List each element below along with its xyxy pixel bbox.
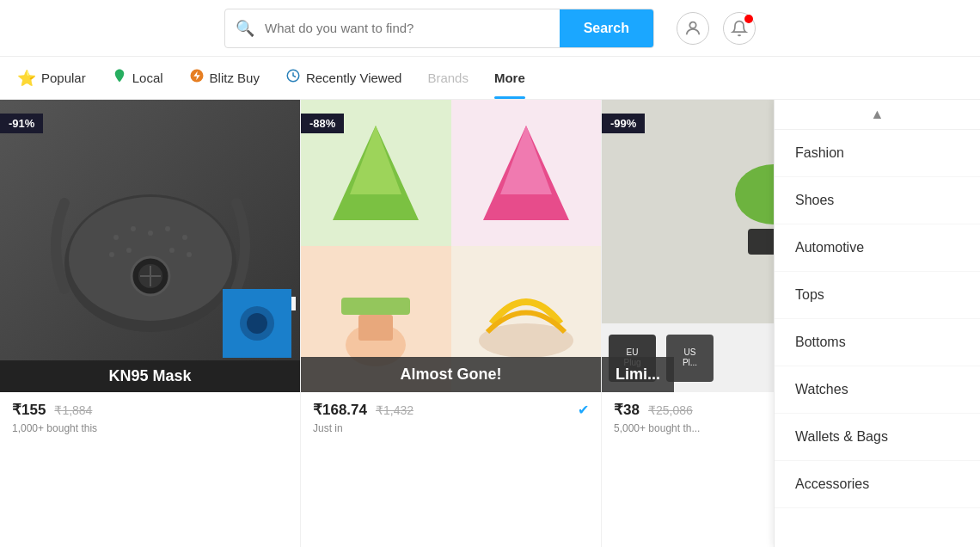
tab-local-label: Local — [132, 71, 163, 85]
scroll-up-icon: ▲ — [871, 107, 885, 122]
almost-gone-badge: Almost Gone! — [301, 357, 601, 392]
products-area: -91% — [0, 100, 980, 547]
price-kn95: ₹155 — [12, 401, 46, 419]
discount-badge-vacuum: -99% — [602, 114, 645, 133]
discount-badge-kn95: -91% — [0, 114, 43, 133]
dropdown-item-tops[interactable]: Tops — [775, 272, 980, 319]
meta-slicer: Just in — [313, 422, 589, 434]
svg-point-21 — [247, 313, 267, 334]
local-icon — [112, 68, 127, 88]
tab-local[interactable]: Local — [112, 57, 163, 99]
product-image-kn95: Give a Filter KN95 Mask — [0, 100, 300, 392]
tab-popular-label: Popular — [41, 71, 86, 85]
header: 🔍 Search — [0, 0, 980, 57]
header-icons — [677, 12, 756, 45]
product-info-kn95: ₹155 ₹1,884 1,000+ bought this — [0, 392, 300, 443]
nav-tabs: ⭐ Popular Local Blitz Buy Recently Viewe… — [0, 57, 980, 100]
search-bar[interactable]: 🔍 Search — [224, 9, 654, 48]
original-price-kn95: ₹1,884 — [54, 403, 92, 417]
svg-point-9 — [148, 230, 153, 236]
limited-badge: Limi... — [602, 357, 674, 392]
original-price-vacuum: ₹25,086 — [648, 403, 693, 417]
price-slicer: ₹168.74 — [313, 401, 367, 419]
svg-point-10 — [165, 226, 170, 231]
tab-blitz[interactable]: Blitz Buy — [189, 57, 260, 99]
mask-label: KN95 Mask — [0, 360, 300, 392]
svg-point-15 — [187, 252, 192, 257]
bell-icon[interactable] — [723, 12, 756, 45]
svg-point-12 — [109, 252, 114, 257]
verified-icon: ✔ — [578, 402, 589, 418]
svg-point-14 — [169, 248, 175, 253]
blitz-icon — [189, 68, 205, 88]
tab-blitz-label: Blitz Buy — [210, 71, 260, 85]
svg-point-8 — [131, 226, 136, 231]
product-card-slicer[interactable]: -88% — [301, 100, 602, 547]
dropdown-item-watches[interactable]: Watches — [775, 366, 980, 414]
dropdown-menu: ▲ Fashion Shoes Automotive Tops Bottoms … — [774, 100, 980, 547]
svg-rect-26 — [341, 298, 410, 315]
tab-more[interactable]: More — [494, 57, 525, 99]
popular-icon: ⭐ — [17, 69, 36, 88]
tab-more-label: More — [494, 71, 525, 85]
svg-point-11 — [182, 235, 187, 240]
tab-brands-label: Brands — [427, 71, 469, 85]
notification-badge — [744, 15, 753, 23]
dropdown-item-fashion[interactable]: Fashion — [775, 130, 980, 177]
product-image-slicer: Almost Gone! — [301, 100, 601, 392]
svg-point-0 — [689, 22, 695, 28]
dropdown-item-shoes[interactable]: Shoes — [775, 177, 980, 224]
tab-recently-label: Recently Viewed — [306, 71, 401, 85]
dropdown-item-bottoms[interactable]: Bottoms — [775, 319, 980, 366]
tab-popular[interactable]: ⭐ Popular — [17, 57, 86, 99]
svg-marker-23 — [350, 126, 401, 194]
original-price-slicer: ₹1,432 — [376, 403, 413, 417]
discount-badge-slicer: -88% — [301, 114, 344, 133]
product-card-kn95[interactable]: -91% — [0, 100, 301, 547]
dropdown-item-automotive[interactable]: Automotive — [775, 224, 980, 272]
meta-kn95: 1,000+ bought this — [12, 422, 288, 434]
price-vacuum: ₹38 — [614, 401, 640, 419]
user-icon[interactable] — [677, 12, 709, 45]
tab-recently[interactable]: Recently Viewed — [285, 57, 401, 99]
recently-icon — [285, 68, 301, 88]
svg-point-7 — [113, 235, 119, 240]
svg-marker-25 — [500, 126, 552, 194]
filter-box — [223, 289, 291, 358]
search-button[interactable]: Search — [560, 9, 653, 47]
search-icon: 🔍 — [225, 19, 265, 38]
svg-point-13 — [126, 248, 132, 253]
scroll-indicator: ▲ — [775, 100, 980, 130]
tab-brands[interactable]: Brands — [427, 57, 469, 99]
search-input[interactable] — [265, 9, 560, 47]
svg-rect-28 — [358, 315, 393, 341]
product-info-slicer: ₹168.74 ₹1,432 ✔ Just in — [301, 392, 601, 443]
dropdown-item-accessories[interactable]: Accessories — [775, 461, 980, 508]
dropdown-item-wallets[interactable]: Wallets & Bags — [775, 414, 980, 461]
